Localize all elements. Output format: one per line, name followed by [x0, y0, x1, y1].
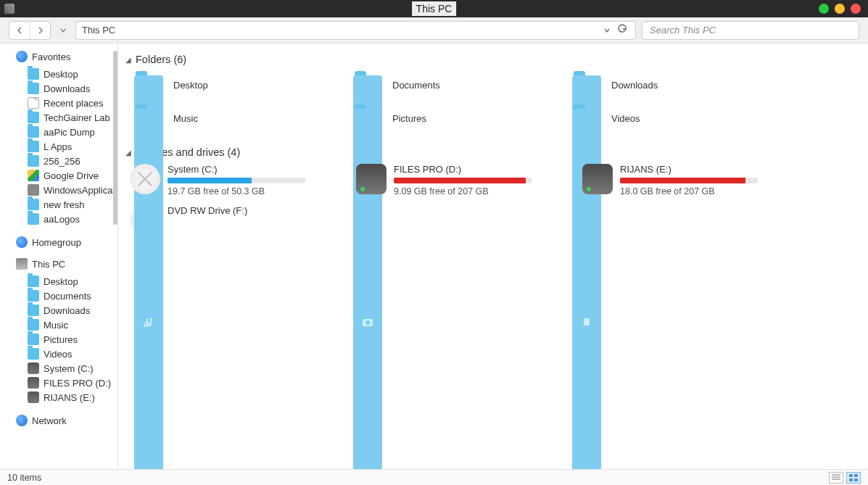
sidebar-item[interactable]: Desktop [16, 274, 117, 289]
sidebar-scrollbar[interactable] [113, 51, 117, 225]
window-title: This PC [412, 1, 457, 16]
drive-item[interactable]: RIJANS (E:)18.0 GB free of 207 GB [582, 164, 800, 196]
svg-rect-7 [582, 318, 584, 326]
folder-icon [28, 141, 39, 152]
sidebar-item-label: 256_256 [44, 156, 80, 167]
disk-icon [28, 362, 39, 374]
drive-info: System (C:)19.7 GB free of 50.3 GB [168, 164, 347, 196]
chevron-right-icon [37, 27, 44, 34]
globe-icon [16, 51, 28, 62]
view-details-button[interactable] [829, 472, 843, 484]
sidebar-item[interactable]: Downloads [16, 303, 117, 318]
sidebar-item[interactable]: L Apps [16, 139, 117, 154]
titlebar: This PC [0, 0, 868, 17]
sidebar-item-label: Videos [44, 349, 73, 360]
folder-icon [28, 126, 39, 138]
sidebar-item-label: Downloads [44, 83, 90, 94]
sidebar-item[interactable]: System (C:) [16, 361, 117, 376]
sidebar-item-label: new fresh [44, 199, 84, 210]
sidebar-item-label: Pictures [44, 334, 78, 345]
globe-icon [16, 236, 28, 248]
sidebar-item[interactable]: RIJANS (E:) [16, 390, 117, 405]
sidebar-section: This PCDesktopDocumentsDownloadsMusicPic… [0, 258, 117, 405]
window-controls [819, 4, 861, 14]
minimize-button[interactable] [819, 4, 829, 14]
refresh-button[interactable] [615, 24, 629, 36]
tiles-icon [849, 474, 858, 481]
sidebar-item-label: L Apps [44, 141, 72, 152]
drive-name: RIJANS (E:) [620, 164, 800, 175]
folder-item[interactable]: Music [133, 104, 343, 132]
drive-info: DVD RW Drive (F:) [168, 205, 347, 236]
sidebar-item-label: FILES PRO (D:) [44, 378, 111, 389]
folder-label: Downloads [611, 80, 658, 91]
sidebar-item[interactable]: Documents [16, 289, 117, 303]
nav-back-forward [9, 21, 51, 40]
drive-icon [582, 164, 613, 194]
recent-locations-button[interactable] [57, 22, 70, 39]
folder-item[interactable]: Pictures [352, 104, 562, 132]
item-count: 10 items [7, 473, 41, 483]
drive-icon [130, 164, 160, 194]
sidebar-item[interactable]: Videos [16, 347, 117, 361]
sidebar-item[interactable]: Recent places [16, 96, 117, 110]
folder-item[interactable]: Downloads [571, 71, 781, 99]
sidebar-item[interactable]: FILES PRO (D:) [16, 376, 117, 390]
sidebar-section-header[interactable]: This PC [16, 258, 117, 270]
maximize-button[interactable] [835, 4, 845, 14]
close-button[interactable] [851, 4, 861, 14]
folder-icon [133, 104, 165, 132]
drive-usage-bar [620, 178, 758, 183]
sidebar-item[interactable]: Google Drive [16, 168, 117, 183]
drive-info: RIJANS (E:)18.0 GB free of 207 GB [620, 164, 800, 196]
folder-icon [133, 71, 165, 99]
sidebar-item[interactable]: Desktop [16, 67, 117, 81]
sidebar-section-header[interactable]: Homegroup [16, 236, 117, 248]
sidebar-item[interactable]: 256_256 [16, 154, 117, 168]
sidebar-item[interactable]: TechGainer Lab [16, 110, 117, 125]
sidebar-item-label: RIJANS (E:) [44, 392, 95, 403]
sidebar-item[interactable]: aaPic Dump [16, 125, 117, 139]
back-button[interactable] [9, 22, 30, 39]
folder-icon [28, 83, 39, 94]
folder-icon [28, 319, 39, 331]
folder-icon [571, 104, 603, 132]
address-dropdown[interactable] [602, 25, 612, 36]
view-tiles-button[interactable] [846, 472, 861, 484]
sidebar: FavoritesDesktopDownloadsRecent placesTe… [0, 43, 118, 469]
group-header-label: Folders (6) [136, 54, 186, 65]
doc-icon [28, 97, 39, 109]
list-icon [832, 474, 840, 481]
drive-status: 9.09 GB free of 207 GB [394, 186, 574, 196]
address-bar[interactable]: This PC [75, 21, 636, 40]
search-input[interactable]: Search This PC [642, 21, 859, 40]
folder-item[interactable]: Documents [352, 71, 562, 99]
drive-item[interactable]: FILES PRO (D:)9.09 GB free of 207 GB [356, 164, 574, 196]
sidebar-item[interactable]: new fresh [16, 197, 117, 212]
sidebar-section-header[interactable]: Favorites [16, 51, 117, 62]
folder-item[interactable]: Videos [571, 104, 781, 132]
sidebar-item[interactable]: aaLogos [16, 212, 117, 226]
folder-icon [28, 275, 39, 287]
folder-icon [28, 348, 39, 360]
sidebar-item[interactable]: Downloads [16, 81, 117, 96]
group-header-drives[interactable]: ◢ Devices and drives (4) [125, 146, 861, 158]
folder-icon [28, 304, 39, 316]
group-header-folders[interactable]: ◢ Folders (6) [125, 54, 861, 65]
svg-point-5 [365, 320, 370, 325]
sidebar-item[interactable]: Music [16, 318, 117, 332]
drive-name: DVD RW Drive (F:) [168, 205, 347, 216]
sidebar-section-header[interactable]: Network [16, 415, 117, 426]
sidebar-section-label: Favorites [32, 51, 70, 62]
main-pane: ◢ Folders (6) DesktopDocumentsDownloadsM… [118, 43, 868, 469]
sidebar-item-label: System (C:) [44, 363, 94, 374]
forward-button[interactable] [30, 22, 50, 39]
statusbar: 10 items [0, 469, 868, 485]
computer-icon [16, 258, 28, 270]
folder-icon [571, 71, 603, 99]
svg-rect-10 [854, 474, 858, 477]
sidebar-item[interactable]: WindowsApplica [16, 183, 117, 197]
refresh-icon [617, 24, 627, 34]
sidebar-item[interactable]: Pictures [16, 332, 117, 347]
folder-item[interactable]: Desktop [133, 71, 343, 99]
